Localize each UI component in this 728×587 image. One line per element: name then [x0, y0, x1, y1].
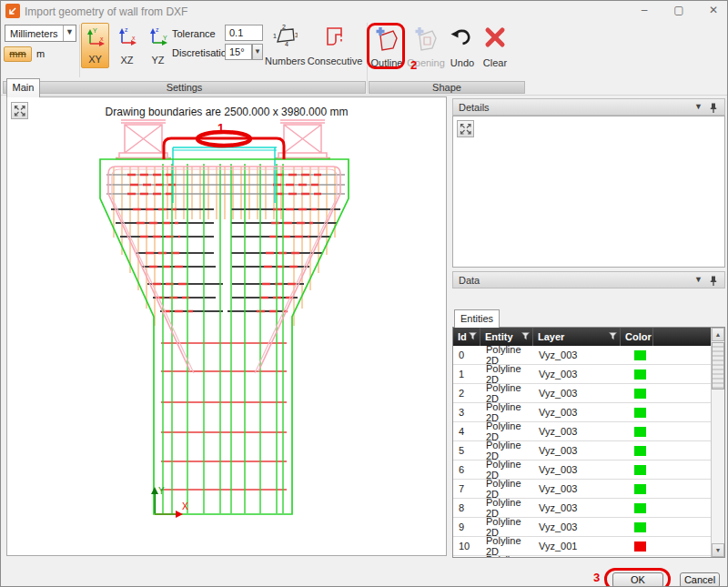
filter-icon[interactable]: [521, 332, 530, 340]
drawing-canvas[interactable]: Drawing boundaries are 2500.000 x 3980.0…: [6, 96, 447, 556]
consecutive-label: Consecutive: [307, 56, 363, 66]
dxf-drawing: 1YX: [9, 100, 446, 535]
dialog-window: Import geometry of wall from DXF – ▢ ✕ M…: [0, 0, 728, 587]
minimize-button[interactable]: –: [629, 1, 660, 19]
toolbar-separator: [79, 25, 80, 77]
table-row[interactable]: 4Polyline 2DVyz_003: [453, 422, 711, 441]
consecutive-button[interactable]: Consecutive: [307, 23, 363, 68]
undo-icon: [450, 25, 475, 53]
entities-table-body: 0Polyline 2DVyz_0031Polyline 2DVyz_0032P…: [453, 346, 711, 557]
annotation-outline-highlight: [367, 23, 405, 69]
svg-text:4: 4: [285, 41, 288, 47]
table-row[interactable]: 2Polyline 2DVyz_003: [453, 384, 711, 403]
color-swatch: [634, 465, 646, 475]
xy-axes-icon: Y x: [84, 25, 107, 49]
entities-table: Id Entity Layer Color 0Polyline 2DVyz_00…: [452, 327, 725, 558]
table-header: Id Entity Layer Color: [453, 328, 711, 346]
title-bar: Import geometry of wall from DXF – ▢ ✕: [1, 1, 727, 21]
maximize-button[interactable]: ▢: [663, 1, 694, 19]
color-swatch: [634, 350, 646, 360]
color-swatch: [634, 503, 646, 513]
clear-icon: [483, 25, 507, 53]
numbers-icon: 1 2 3 4: [272, 25, 298, 52]
data-panel-header[interactable]: Data ▼: [452, 271, 725, 288]
tab-main[interactable]: Main: [6, 78, 40, 97]
plane-yz-button[interactable]: z Y YZ: [144, 23, 172, 68]
color-swatch: [634, 484, 646, 494]
table-row[interactable]: 0Polyline 2DVyz_003: [453, 346, 711, 365]
plane-xy-label: XY: [82, 54, 108, 65]
clear-button[interactable]: Clear: [480, 23, 511, 70]
svg-text:Y: Y: [158, 486, 165, 496]
filter-icon[interactable]: [469, 332, 477, 340]
chevron-down-icon[interactable]: ▼: [694, 275, 703, 284]
svg-text:z: z: [156, 26, 159, 33]
svg-text:x: x: [132, 35, 136, 41]
vertical-scrollbar[interactable]: ▲ ▼: [711, 328, 724, 557]
chevron-down-icon[interactable]: ▼: [694, 102, 703, 111]
unit-m-button[interactable]: m: [36, 48, 45, 59]
annotation-ok-highlight: [604, 568, 671, 587]
svg-text:X: X: [182, 501, 188, 511]
table-row[interactable]: 1Polyline 2DVyz_003: [453, 365, 711, 384]
color-swatch: [634, 369, 646, 380]
column-header-color[interactable]: Color: [621, 328, 653, 346]
undo-button[interactable]: Undo: [447, 23, 478, 70]
plane-xy-button[interactable]: Y x XY: [81, 23, 109, 68]
shape-group-label: Shape: [369, 81, 525, 94]
scrollbar-thumb[interactable]: [712, 342, 724, 390]
table-row[interactable]: 10Polyline 2DVyz_001: [453, 537, 711, 556]
table-row[interactable]: 8Polyline 2DVyz_003: [453, 499, 711, 518]
units-value: Millimeters: [10, 28, 58, 39]
plane-xz-button[interactable]: z x XZ: [113, 23, 141, 68]
svg-text:x: x: [100, 35, 104, 42]
tolerance-input[interactable]: 0.1: [225, 25, 263, 41]
settings-group-label: Settings: [3, 81, 366, 94]
annotation-step-2: 2: [410, 58, 417, 72]
discretisation-label: Discretisation: [172, 47, 232, 58]
table-row[interactable]: 5Polyline 2DVyz_003: [453, 441, 711, 460]
column-header-layer[interactable]: Layer: [533, 328, 621, 346]
pin-icon[interactable]: [708, 102, 719, 114]
table-row[interactable]: 11Polyline 2DVyz_001: [453, 556, 711, 558]
plane-xz-label: XZ: [113, 55, 141, 66]
details-panel-header[interactable]: Details ▼: [452, 98, 725, 116]
color-swatch: [634, 389, 646, 399]
svg-text:Y: Y: [163, 35, 167, 41]
table-row[interactable]: 3Polyline 2DVyz_003: [453, 403, 711, 422]
table-row[interactable]: 6Polyline 2DVyz_003: [453, 460, 711, 480]
plane-yz-label: YZ: [144, 55, 172, 66]
filter-icon[interactable]: [609, 332, 617, 340]
table-row[interactable]: 7Polyline 2DVyz_003: [453, 480, 711, 499]
color-swatch: [634, 408, 646, 418]
tab-entities[interactable]: Entities: [454, 309, 500, 328]
pin-icon[interactable]: [708, 275, 719, 287]
combo-dropdown-icon[interactable]: ▼: [63, 25, 76, 41]
scroll-up-icon[interactable]: ▲: [712, 328, 724, 341]
color-swatch: [634, 541, 646, 552]
svg-text:z: z: [125, 26, 128, 33]
svg-text:1: 1: [273, 33, 277, 39]
column-header-id[interactable]: Id: [453, 328, 480, 346]
ribbon-toolbar: Millimeters ▼ mm m Y x XY z: [1, 21, 727, 96]
svg-text:1: 1: [217, 121, 224, 135]
discretisation-input[interactable]: 15°: [225, 44, 252, 60]
close-button[interactable]: ✕: [698, 1, 728, 19]
discretisation-dropdown-icon[interactable]: ▼: [252, 44, 263, 60]
units-combobox[interactable]: Millimeters ▼: [5, 25, 76, 42]
unit-mm-button[interactable]: mm: [4, 46, 32, 62]
details-panel-body: [452, 116, 725, 268]
numbers-label: Numbers: [265, 56, 305, 66]
scroll-down-icon[interactable]: ▼: [712, 543, 724, 557]
column-header-entity[interactable]: Entity: [480, 328, 533, 346]
table-row[interactable]: 9Polyline 2DVyz_003: [453, 518, 711, 537]
color-swatch: [634, 446, 646, 456]
svg-text:Y: Y: [93, 27, 97, 34]
tolerance-label: Tolerance: [172, 28, 216, 39]
column-header-filler: [653, 328, 711, 346]
details-zoom-extents-button[interactable]: [457, 120, 474, 137]
cancel-button[interactable]: Cancel: [680, 572, 720, 587]
window-title: Import geometry of wall from DXF: [25, 5, 187, 18]
zoom-extents-icon: [458, 121, 473, 137]
numbers-button[interactable]: 1 2 3 4 Numbers: [265, 23, 305, 68]
